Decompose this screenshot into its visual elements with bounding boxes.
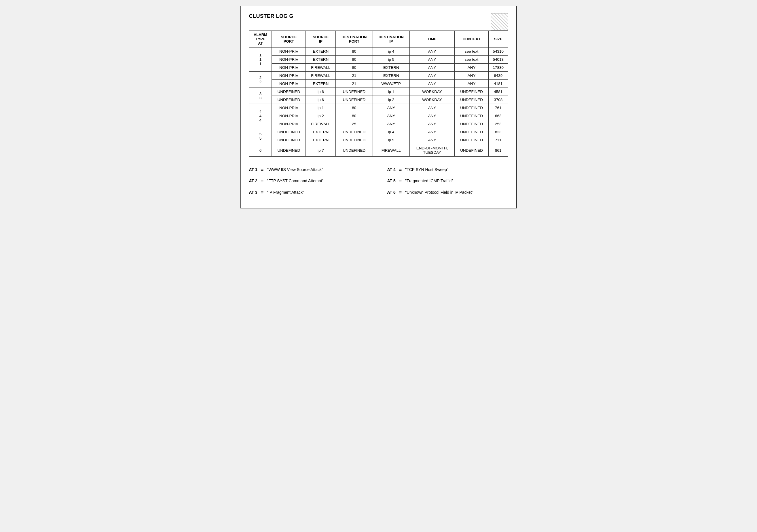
- cell-size: 6439: [489, 72, 508, 80]
- cell-context: ANY: [455, 80, 489, 88]
- cell-source_port: UNDEFINED: [272, 136, 306, 144]
- col-context: CONTEXT: [455, 31, 489, 47]
- cell-time: WORKDAY: [410, 96, 455, 104]
- cell-dest_ip: ip 1: [373, 88, 409, 96]
- cell-dest_ip: ANY: [373, 104, 409, 112]
- cell-context: UNDEFINED: [455, 88, 489, 96]
- cell-context: UNDEFINED: [455, 144, 489, 157]
- watermark-icon: [491, 13, 508, 31]
- legend-item: AT 5≡"Fragmented ICMP Traffic": [387, 176, 508, 186]
- cell-time: ANY: [410, 64, 455, 72]
- legend-value: "FTP SYST Command Attempt": [267, 176, 323, 185]
- cell-alarm-type: 22: [249, 72, 272, 88]
- table-row: 444NON-PRIVip 180ANYANYUNDEFINED761: [249, 104, 508, 112]
- cell-dest_port: UNDEFINED: [336, 144, 373, 157]
- legend-item: AT 2≡"FTP SYST Command Attempt": [249, 176, 370, 186]
- cell-source_ip: EXTERN: [306, 128, 336, 136]
- cell-source_ip: FIREWALL: [306, 64, 336, 72]
- table-row: 55UNDEFINEDEXTERNUNDEFINEDip 4ANYUNDEFIN…: [249, 128, 508, 136]
- cell-source_ip: EXTERN: [306, 47, 336, 56]
- cell-context: UNDEFINED: [455, 120, 489, 128]
- legend-equiv: ≡: [261, 165, 263, 175]
- page-container: CLUSTER LOG G ALARMTYPEAT SOURCEPORT SOU…: [240, 6, 517, 208]
- cell-dest_ip: ip 4: [373, 47, 409, 56]
- cell-dest_port: 80: [336, 56, 373, 64]
- cell-time: ANY: [410, 56, 455, 64]
- cell-dest_port: 80: [336, 64, 373, 72]
- legend-item: AT 1≡"WWW IIS View Source Attack": [249, 165, 370, 175]
- cluster-log-table: ALARMTYPEAT SOURCEPORT SOURCEIP DESTINAT…: [249, 31, 508, 157]
- col-size: SIZE: [489, 31, 508, 47]
- table-sub-row: NON-PRIVip 280ANYANYUNDEFINED663: [249, 112, 508, 120]
- legend-item: AT 6≡"Unknown Protocol Field in IP Packe…: [387, 187, 508, 197]
- cell-source_ip: EXTERN: [306, 136, 336, 144]
- cell-dest_ip: ip 5: [373, 136, 409, 144]
- legend-label: AT 4: [387, 165, 396, 174]
- cell-size: 823: [489, 128, 508, 136]
- legend-equiv: ≡: [399, 187, 402, 197]
- cell-context: UNDEFINED: [455, 136, 489, 144]
- col-dest-port: DESTINATIONPORT: [336, 31, 373, 47]
- cell-alarm_type: 6: [249, 144, 272, 157]
- legend-equiv: ≡: [261, 187, 263, 197]
- cell-time: ANY: [410, 104, 455, 112]
- cell-source_ip: EXTERN: [306, 80, 336, 88]
- legend-col-left: AT 1≡"WWW IIS View Source Attack"AT 2≡"F…: [249, 165, 370, 199]
- col-alarm-type: ALARMTYPEAT: [249, 31, 272, 47]
- legend-equiv: ≡: [261, 176, 263, 186]
- cell-dest_port: 25: [336, 120, 373, 128]
- cell-context: UNDEFINED: [455, 96, 489, 104]
- cell-time: ANY: [410, 47, 455, 56]
- cell-source_ip: ip 2: [306, 112, 336, 120]
- cell-context: ANY: [455, 64, 489, 72]
- cell-dest_ip: ANY: [373, 120, 409, 128]
- cell-time: ANY: [410, 120, 455, 128]
- cell-size: 761: [489, 104, 508, 112]
- cell-time: WORKDAY: [410, 88, 455, 96]
- table-sub-row: UNDEFINEDip 6UNDEFINEDip 2WORKDAYUNDEFIN…: [249, 96, 508, 104]
- table-sub-row: NON-PRIVFIREWALL25ANYANYUNDEFINED253: [249, 120, 508, 128]
- table-sub-row: NON-PRIVFIREWALL80EXTERNANYANY17830: [249, 64, 508, 72]
- cell-source_port: NON-PRIV: [272, 56, 306, 64]
- cell-time: ANY: [410, 112, 455, 120]
- legend-item: AT 3≡"IP Fragment Attack": [249, 187, 370, 197]
- cell-dest_ip: FIREWALL: [373, 144, 409, 157]
- cell-dest_ip: EXTERN: [373, 72, 409, 80]
- legend-value: "TCP SYN Host Sweep": [405, 165, 448, 174]
- cell-size: 663: [489, 112, 508, 120]
- legend-label: AT 3: [249, 188, 257, 197]
- cell-source_port: UNDEFINED: [272, 88, 306, 96]
- cell-dest_port: UNDEFINED: [336, 88, 373, 96]
- cell-dest_port: 21: [336, 80, 373, 88]
- cell-dest_ip: EXTERN: [373, 64, 409, 72]
- cell-dest_ip: WWW/FTP: [373, 80, 409, 88]
- cell-dest_port: UNDEFINED: [336, 136, 373, 144]
- cell-time: END-OF-MONTH,TUESDAY: [410, 144, 455, 157]
- cell-source_ip: EXTERN: [306, 56, 336, 64]
- cell-source_port: UNDEFINED: [272, 96, 306, 104]
- legend-value: "Unknown Protocol Field in IP Packet": [405, 188, 473, 197]
- col-source-ip: SOURCEIP: [306, 31, 336, 47]
- legend-label: AT 1: [249, 165, 257, 174]
- cell-time: ANY: [410, 72, 455, 80]
- cell-source_port: NON-PRIV: [272, 112, 306, 120]
- cell-alarm-type: 444: [249, 104, 272, 128]
- cell-context: UNDEFINED: [455, 104, 489, 112]
- legend-row: AT 1≡"WWW IIS View Source Attack"AT 2≡"F…: [249, 165, 508, 199]
- cluster-title: CLUSTER LOG G: [249, 13, 294, 19]
- legend: AT 1≡"WWW IIS View Source Attack"AT 2≡"F…: [249, 165, 508, 199]
- cell-size: 4581: [489, 88, 508, 96]
- legend-equiv: ≡: [399, 165, 402, 175]
- cell-size: 3708: [489, 96, 508, 104]
- cell-dest_port: 80: [336, 112, 373, 120]
- cell-dest_port: UNDEFINED: [336, 128, 373, 136]
- cell-context: see text: [455, 47, 489, 56]
- legend-label: AT 5: [387, 176, 396, 185]
- legend-item: AT 4≡"TCP SYN Host Sweep": [387, 165, 508, 175]
- cell-alarm-type: 111: [249, 47, 272, 72]
- cell-dest_ip: ip 4: [373, 128, 409, 136]
- cell-dest_port: 80: [336, 104, 373, 112]
- cell-source_ip: ip 1: [306, 104, 336, 112]
- cell-time: ANY: [410, 136, 455, 144]
- cell-source_ip: ip 7: [306, 144, 336, 157]
